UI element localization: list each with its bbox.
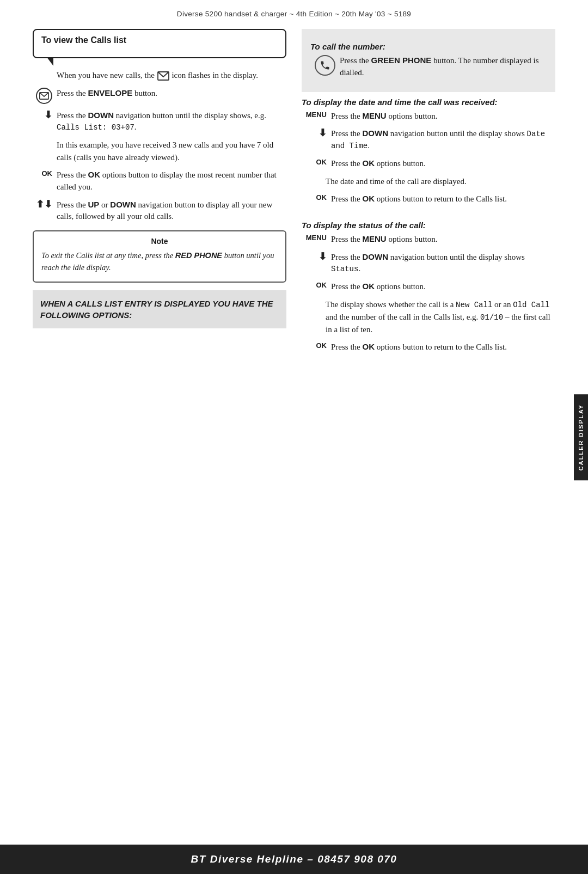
step2-pre: Press the	[57, 111, 88, 120]
st-s1-bold: MENU	[363, 234, 387, 243]
step4-row: OK Press the OK options button to displa…	[33, 169, 286, 193]
date-time-down-icon: ⬇	[302, 127, 327, 138]
dt-s2-post: .	[367, 141, 370, 150]
dt-s4-post: options button to return to the Calls li…	[375, 194, 507, 203]
ok-label-1: OK	[42, 169, 53, 178]
status-step1-row: MENU Press the MENU options button.	[302, 233, 555, 246]
st-s3-pre: Press the	[331, 282, 363, 291]
step2-code: Calls List: 03+07	[57, 123, 134, 132]
right-column: To call the number: Press the GREEN PHON…	[302, 29, 555, 363]
when-section: WHEN A CALLS LIST ENTRY IS DISPLAYED YOU…	[33, 290, 286, 328]
status-menu-icon: MENU	[302, 233, 327, 242]
down-arrow-icon: ⬇	[44, 110, 52, 120]
updown-arrow-icon: ⬆⬇	[36, 199, 52, 209]
st-s3-post: options button.	[375, 282, 426, 291]
step5-icon: ⬆⬇	[33, 199, 52, 209]
date-time-step4-text: Press the OK options button to return to…	[331, 193, 555, 205]
call-number-text: Press the GREEN PHONE button. The number…	[340, 54, 547, 79]
sidebar-tab: Caller Display	[574, 394, 588, 480]
step1-text: Press the ENVELOPE button.	[57, 87, 286, 100]
left-content: When you have new calls, the icon flashe…	[33, 69, 286, 328]
status-step1-text: Press the MENU options button.	[331, 233, 555, 246]
ok-label-4: OK	[316, 281, 327, 289]
note-bold: RED PHONE	[175, 251, 222, 260]
down-arrow-icon-2: ⬇	[318, 128, 327, 138]
st-s2-mid: navigation button until the display show…	[388, 253, 525, 261]
date-time-ok-icon: OK	[302, 157, 327, 166]
st-s1-post: options button.	[387, 235, 438, 243]
envelope-svg-icon	[39, 92, 49, 100]
step2-icon: ⬇	[33, 109, 52, 120]
step1-pre: Press the	[57, 89, 88, 97]
st-s2-code: Status	[331, 265, 358, 273]
status-step4-row: OK Press the OK options button to return…	[302, 341, 555, 353]
step4-pre: Press the	[57, 170, 88, 179]
note-box: Note To exit the Calls list at any time,…	[33, 230, 286, 283]
dt-s3-post: options button.	[375, 159, 426, 168]
status-section: To display the status of the call: MENU …	[302, 221, 555, 363]
circle-envelope-icon	[36, 88, 52, 104]
dt-s4-pre: Press the	[331, 194, 363, 203]
step2-bold: DOWN	[88, 111, 114, 120]
ok-label-5: OK	[316, 341, 327, 350]
status-heading: To display the status of the call:	[302, 221, 555, 230]
step5-row: ⬆⬇ Press the UP or DOWN navigation butto…	[33, 199, 286, 223]
left-column: To view the Calls list When you have new…	[33, 29, 286, 363]
note-text: To exit the Calls list at any time, pres…	[41, 250, 278, 274]
st-s4-pre: Press the	[331, 343, 363, 351]
status-step3-row: OK Press the OK options button.	[302, 280, 555, 293]
step2-text: Press the DOWN navigation button until t…	[57, 109, 286, 134]
date-time-step2-text: Press the DOWN navigation button until t…	[331, 127, 555, 152]
phone-svg-icon	[319, 60, 331, 71]
intro-text2: icon flashes in the display.	[171, 71, 258, 80]
call-number-row: Press the GREEN PHONE button. The number…	[310, 54, 547, 79]
step4-text: Press the OK options button to display t…	[57, 169, 286, 193]
step2-mid: navigation button until the display show…	[114, 111, 266, 120]
envelope-inline-icon	[157, 71, 169, 81]
date-time-ok2-icon: OK	[302, 193, 327, 201]
right-gray-block: To call the number: Press the GREEN PHON…	[302, 29, 555, 92]
status-result-mid: or an	[492, 300, 513, 309]
status-result-code1: New Call	[456, 301, 492, 309]
step4-bold: OK	[88, 170, 101, 179]
date-time-step4-row: OK Press the OK options button to return…	[302, 193, 555, 205]
status-result-text: The display shows whether the call is a …	[302, 298, 555, 336]
menu-label-2: MENU	[306, 234, 327, 242]
intro-text1: When you have new calls, the	[57, 71, 155, 80]
dt-s4-bold: OK	[363, 194, 375, 203]
section-box-calls-list: To view the Calls list	[33, 29, 286, 58]
st-s2-post: .	[358, 264, 360, 273]
date-time-menu-icon: MENU	[302, 110, 327, 119]
step2-post: .	[134, 123, 137, 131]
status-step3-text: Press the OK options button.	[331, 280, 555, 293]
dt-s1-bold: MENU	[363, 111, 387, 120]
menu-label-1: MENU	[306, 111, 327, 119]
status-ok2-icon: OK	[302, 341, 327, 350]
note-title: Note	[41, 237, 278, 246]
step1-post: button.	[132, 89, 157, 97]
st-s1-pre: Press the	[331, 235, 363, 243]
ok-label-3: OK	[316, 193, 327, 201]
st-s2-bold: DOWN	[363, 252, 389, 261]
status-step2-text: Press the DOWN navigation button until t…	[331, 251, 555, 276]
dt-s2-mid: navigation button until the display show…	[388, 129, 527, 138]
step5-text: Press the UP or DOWN navigation button t…	[57, 199, 286, 223]
date-time-step1-row: MENU Press the MENU options button.	[302, 110, 555, 123]
when-section-title: WHEN A CALLS LIST ENTRY IS DISPLAYED YOU…	[40, 298, 279, 321]
call-number-bold: GREEN PHONE	[371, 56, 432, 65]
step3-paragraph: In this example, you have received 3 new…	[33, 139, 286, 163]
ok-label-2: OK	[316, 158, 327, 166]
date-time-step3-text: Press the OK options button.	[331, 157, 555, 170]
date-time-heading: To display the date and time the call wa…	[302, 97, 555, 107]
step5-mid: or	[99, 200, 110, 209]
dt-s2-pre: Press the	[331, 129, 363, 138]
date-time-step1-text: Press the MENU options button.	[331, 110, 555, 123]
step1-bold: ENVELOPE	[88, 88, 133, 97]
step5-bold2: DOWN	[110, 200, 136, 209]
status-result-code2: Old Call	[513, 301, 549, 309]
dt-s3-pre: Press the	[331, 159, 363, 168]
down-arrow-icon-3: ⬇	[318, 252, 327, 261]
dt-s2-bold: DOWN	[363, 129, 389, 138]
st-s3-bold: OK	[363, 282, 375, 291]
call-number-pre: Press the	[340, 56, 371, 65]
